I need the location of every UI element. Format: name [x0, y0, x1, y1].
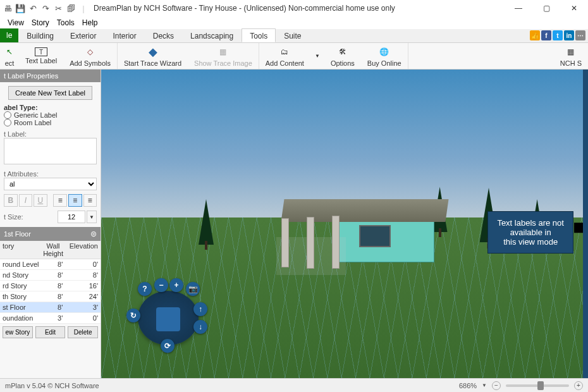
menu-help[interactable]: Help — [82, 18, 98, 27]
navigation-widget[interactable]: ? − + 📷 ↻ ↑ ↓ ⟳ — [130, 283, 206, 353]
up-icon[interactable]: ↑ — [193, 302, 207, 316]
table-row[interactable]: nd Story8'8' — [0, 270, 101, 281]
text-label-field-label: t Label: — [4, 130, 97, 138]
tab-tools[interactable]: Tools — [242, 28, 276, 42]
attributes-label: t Attributes: — [4, 170, 97, 178]
ribbon: ↖ ect T Text Label ◇ Add Symbols ◆ Start… — [0, 43, 588, 70]
ribbon-add-symbols[interactable]: ◇ Add Symbols — [63, 43, 117, 69]
table-row[interactable]: rd Story8'16' — [0, 281, 101, 291]
table-row[interactable]: st Floor8'3' — [0, 302, 101, 313]
undo-icon[interactable]: ↶ — [28, 3, 38, 13]
minimize-button[interactable]: — — [505, 0, 532, 16]
social-twitter-icon[interactable]: t — [553, 30, 563, 40]
chevron-down-icon: ▼ — [310, 49, 324, 63]
italic-button[interactable]: I — [19, 194, 33, 207]
radio-room-label[interactable]: Room Label — [4, 119, 97, 126]
edit-story-button[interactable]: Edit — [35, 326, 66, 338]
radio-generic-label[interactable]: Generic Label — [4, 111, 97, 119]
ribbon-text-label[interactable]: T Text Label — [19, 43, 63, 69]
status-bar: mPlan v 5.04 © NCH Software 686% ▼ − + — [0, 378, 588, 392]
col-elevation: Elevation — [67, 241, 101, 259]
3d-viewport[interactable]: Text labels are notavailable inthis view… — [101, 70, 588, 378]
tab-suite[interactable]: Suite — [276, 28, 309, 42]
tab-landscaping[interactable]: Landscaping — [182, 28, 242, 42]
vert-separator: | — [78, 3, 89, 13]
align-center-button[interactable]: ≡ — [68, 194, 82, 207]
menu-story[interactable]: Story — [32, 18, 49, 27]
zoom-out-icon[interactable]: − — [154, 278, 168, 292]
social-facebook-icon[interactable]: f — [541, 30, 551, 40]
cut-icon[interactable]: ✂ — [53, 3, 63, 13]
add-content-icon: 🗂 — [278, 45, 291, 59]
tabbar: le Building Exterior Interior Decks Land… — [0, 29, 588, 43]
reset-view-icon[interactable]: ⟳ — [161, 339, 175, 353]
down-icon[interactable]: ↓ — [193, 320, 207, 334]
social-more-icon[interactable]: ⋯ — [575, 30, 585, 40]
social-like-icon[interactable]: 👍 — [530, 30, 540, 40]
align-left-button[interactable]: ≡ — [53, 194, 67, 207]
zoom-slider[interactable] — [506, 384, 569, 387]
ribbon-select[interactable]: ↖ ect — [0, 43, 19, 69]
story-menu-icon[interactable]: ⊜ — [90, 230, 97, 238]
tab-file[interactable]: le — [0, 28, 18, 42]
menu-tools[interactable]: Tools — [57, 18, 75, 27]
font-size-label: t Size: — [4, 213, 23, 221]
font-size-input[interactable] — [58, 211, 85, 223]
zoom-out-button[interactable]: − — [492, 381, 501, 390]
zoom-in-button[interactable]: + — [574, 381, 583, 390]
font-size-dropdown[interactable]: ▼ — [87, 211, 97, 223]
tab-building[interactable]: Building — [18, 28, 62, 42]
ribbon-add-content-dropdown[interactable]: ▼ — [310, 43, 324, 69]
ribbon-add-content[interactable]: 🗂 Add Content — [259, 43, 310, 69]
zoom-dropdown-icon[interactable]: ▼ — [482, 383, 487, 388]
save-icon[interactable]: 💾 — [15, 3, 25, 13]
underline-button[interactable]: U — [34, 194, 47, 207]
bold-button[interactable]: B — [4, 194, 18, 207]
new-story-button[interactable]: ew Story — [3, 326, 33, 338]
delete-story-button[interactable]: Delete — [68, 326, 98, 338]
ribbon-show-trace: ▦ Show Trace Image — [188, 43, 259, 69]
pan-control[interactable] — [156, 307, 180, 331]
ribbon-start-trace[interactable]: ◆ Start Trace Wizard — [118, 43, 188, 69]
story-panel-header: 1st Floor ⊜ — [0, 227, 101, 241]
options-icon: 🛠 — [336, 45, 350, 59]
col-wall-height: Wall Height — [39, 241, 66, 259]
close-button[interactable]: ✕ — [560, 0, 588, 16]
window-title: DreamPlan by NCH Software - Tiny House -… — [89, 4, 505, 13]
help-icon[interactable]: ? — [138, 282, 152, 296]
menu-view[interactable]: View — [8, 18, 24, 27]
social-linkedin-icon[interactable]: in — [564, 30, 574, 40]
maximize-button[interactable]: ▢ — [532, 0, 560, 16]
ribbon-nch-suite[interactable]: ▦ NCH S — [554, 43, 588, 69]
tab-interior[interactable]: Interior — [104, 28, 144, 42]
camera-icon[interactable]: 📷 — [186, 282, 200, 296]
view-mode-tooltip: Text labels are notavailable inthis view… — [487, 211, 573, 254]
ribbon-buy-online[interactable]: 🌐 Buy Online — [361, 43, 408, 69]
trace-wizard-icon: ◆ — [146, 45, 160, 59]
house-model — [276, 199, 441, 294]
tab-decks[interactable]: Decks — [145, 28, 182, 42]
story-table: tory Wall Height Elevation round Level8'… — [0, 241, 101, 324]
menubar: View Story Tools Help — [0, 16, 588, 29]
table-row[interactable]: round Level8'0' — [0, 259, 101, 270]
redo-icon[interactable]: ↷ — [40, 3, 51, 13]
trace-image-icon: ▦ — [216, 45, 230, 59]
globe-icon: 🌐 — [377, 45, 391, 59]
copy-icon[interactable]: 🗐 — [66, 3, 76, 13]
panel-header: t Label Properties — [0, 70, 101, 82]
table-row[interactable]: oundation3'0' — [0, 313, 101, 324]
print-icon[interactable]: 🖶 — [3, 3, 13, 13]
rotate-left-icon[interactable]: ↻ — [126, 309, 140, 322]
font-select[interactable]: al — [4, 178, 97, 190]
zoom-value: 686% — [459, 382, 477, 389]
ribbon-options[interactable]: 🛠 Options — [324, 43, 361, 69]
zoom-in-icon[interactable]: + — [169, 278, 183, 292]
version-label: mPlan v 5.04 © NCH Software — [5, 382, 99, 389]
align-right-button[interactable]: ≡ — [83, 194, 97, 207]
create-text-label-button[interactable]: Create New Text Label — [8, 86, 92, 100]
col-story: tory — [0, 241, 39, 259]
text-label-input[interactable] — [4, 138, 97, 164]
tab-exterior[interactable]: Exterior — [62, 28, 104, 42]
table-row[interactable]: th Story8'24' — [0, 291, 101, 302]
label-type-label: abel Type: — [4, 104, 97, 111]
